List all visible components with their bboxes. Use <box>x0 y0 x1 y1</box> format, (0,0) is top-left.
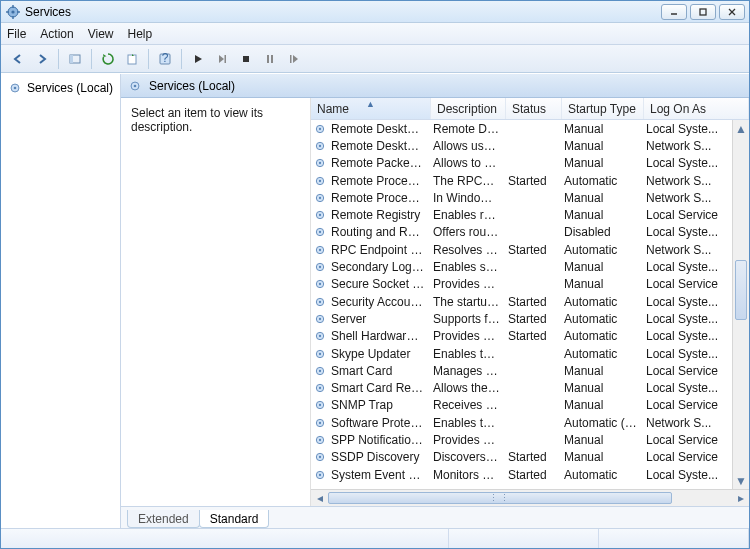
rows-container[interactable]: Remote Desktop ...Remote Des...ManualLoc… <box>311 120 749 489</box>
service-row[interactable]: Remote Procedur...The RPCSS ...StartedAu… <box>311 172 749 189</box>
vertical-scrollbar[interactable]: ▲ ▼ <box>732 120 749 489</box>
svg-point-25 <box>319 128 321 130</box>
tab-label: Extended <box>138 512 189 526</box>
svg-rect-19 <box>290 55 292 63</box>
tree-pane[interactable]: Services (Local) <box>1 74 121 528</box>
column-description[interactable]: Description <box>431 98 506 119</box>
service-icon <box>311 260 329 274</box>
service-icon <box>311 295 329 309</box>
toolbar-separator <box>58 49 59 69</box>
cell-description: Monitors sy... <box>431 468 506 482</box>
scroll-up-arrow[interactable]: ▲ <box>733 120 749 137</box>
cell-name: Remote Registry <box>329 208 431 222</box>
service-row[interactable]: Remote Packet Ca...Allows to ca...Manual… <box>311 155 749 172</box>
cell-description: Provides no... <box>431 329 506 343</box>
cell-name: Routing and Rem... <box>329 225 431 239</box>
hscroll-thumb[interactable]: ⋮⋮ <box>328 492 672 504</box>
horizontal-scrollbar[interactable]: ◂ ⋮⋮ ▸ <box>311 489 749 506</box>
service-row[interactable]: SSDP DiscoveryDiscovers n...StartedManua… <box>311 449 749 466</box>
service-row[interactable]: Routing and Rem...Offers routi...Disable… <box>311 224 749 241</box>
svg-point-23 <box>134 84 137 87</box>
services-app-icon <box>5 4 21 20</box>
tab-extended[interactable]: Extended <box>127 510 200 528</box>
cell-name: Shell Hardware De... <box>329 329 431 343</box>
service-row[interactable]: Remote Desktop S...Allows user...ManualN… <box>311 137 749 154</box>
service-row[interactable]: Remote Desktop ...Remote Des...ManualLoc… <box>311 120 749 137</box>
service-row[interactable]: Remote Procedur...In Windows...ManualNet… <box>311 189 749 206</box>
service-row[interactable]: ServerSupports fil...StartedAutomaticLoc… <box>311 310 749 327</box>
menu-help[interactable]: Help <box>128 27 153 41</box>
back-button[interactable] <box>7 48 29 70</box>
titlebar[interactable]: Services <box>1 1 749 23</box>
pause-service-button[interactable] <box>259 48 281 70</box>
refresh-button[interactable] <box>97 48 119 70</box>
help-button[interactable]: ? <box>154 48 176 70</box>
service-icon <box>311 243 329 257</box>
tree-item-services-local[interactable]: Services (Local) <box>3 78 118 98</box>
svg-point-63 <box>319 456 321 458</box>
hscroll-track[interactable]: ⋮⋮ <box>328 490 732 506</box>
close-button[interactable] <box>719 4 745 20</box>
column-status[interactable]: Status <box>506 98 562 119</box>
svg-point-31 <box>319 179 321 181</box>
menubar: File Action View Help <box>1 23 749 45</box>
service-icon <box>311 225 329 239</box>
service-row[interactable]: Remote RegistryEnables rem...ManualLocal… <box>311 206 749 223</box>
service-row[interactable]: RPC Endpoint Ma...Resolves RP...StartedA… <box>311 241 749 258</box>
column-startup-type[interactable]: Startup Type <box>562 98 644 119</box>
service-icon <box>311 208 329 222</box>
svg-point-27 <box>319 145 321 147</box>
column-label: Description <box>437 102 497 116</box>
start-service-button[interactable] <box>187 48 209 70</box>
export-list-button[interactable] <box>121 48 143 70</box>
show-hide-tree-button[interactable] <box>64 48 86 70</box>
service-row[interactable]: Skype UpdaterEnables the ...AutomaticLoc… <box>311 345 749 362</box>
service-row[interactable]: Secondary LogonEnables star...ManualLoca… <box>311 258 749 275</box>
service-row[interactable]: SPP Notification S...Provides So...Manua… <box>311 431 749 448</box>
step-button[interactable] <box>211 48 233 70</box>
scroll-left-arrow[interactable]: ◂ <box>311 491 328 505</box>
column-label: Startup Type <box>568 102 636 116</box>
cell-description: Remote Des... <box>431 122 506 136</box>
service-icon <box>311 347 329 361</box>
column-name[interactable]: ▲ Name <box>311 98 431 119</box>
service-row[interactable]: Software ProtectionEnables the ...Automa… <box>311 414 749 431</box>
content-pane: Services (Local) Select an item to view … <box>121 74 749 528</box>
cell-name: Remote Procedur... <box>329 191 431 205</box>
service-icon <box>311 122 329 136</box>
cell-status: Started <box>506 468 562 482</box>
service-row[interactable]: Secure Socket Tun...Provides su...Manual… <box>311 276 749 293</box>
column-label: Log On As <box>650 102 706 116</box>
scroll-thumb[interactable] <box>735 260 747 320</box>
forward-button[interactable] <box>31 48 53 70</box>
service-row[interactable]: SNMP TrapReceives tra...ManualLocal Serv… <box>311 397 749 414</box>
stop-service-button[interactable] <box>235 48 257 70</box>
menu-action[interactable]: Action <box>40 27 73 41</box>
menu-view[interactable]: View <box>88 27 114 41</box>
menu-file[interactable]: File <box>7 27 26 41</box>
description-hint: Select an item to view its description. <box>131 106 263 134</box>
svg-point-61 <box>319 439 321 441</box>
tab-standard[interactable]: Standard <box>199 510 270 528</box>
service-row[interactable]: Shell Hardware De...Provides no...Starte… <box>311 328 749 345</box>
scroll-right-arrow[interactable]: ▸ <box>732 491 749 505</box>
restart-service-button[interactable] <box>283 48 305 70</box>
service-row[interactable]: Smart Card Remo...Allows the s...ManualL… <box>311 379 749 396</box>
cell-description: Discovers n... <box>431 450 506 464</box>
column-label: Name <box>317 102 349 116</box>
toolbar-separator <box>181 49 182 69</box>
maximize-button[interactable] <box>690 4 716 20</box>
cell-startup: Manual <box>562 122 644 136</box>
service-row[interactable]: System Event Noti...Monitors sy...Starte… <box>311 466 749 483</box>
cell-name: Software Protection <box>329 416 431 430</box>
service-row[interactable]: Security Accounts...The startup ...Start… <box>311 293 749 310</box>
service-row[interactable]: Smart CardManages ac...ManualLocal Servi… <box>311 362 749 379</box>
service-icon <box>311 416 329 430</box>
column-logon-as[interactable]: Log On As <box>644 98 749 119</box>
scroll-down-arrow[interactable]: ▼ <box>733 472 749 489</box>
cell-startup: Automatic <box>562 468 644 482</box>
minimize-button[interactable] <box>661 4 687 20</box>
cell-description: Enables rem... <box>431 208 506 222</box>
toolbar-separator <box>148 49 149 69</box>
svg-point-49 <box>319 335 321 337</box>
